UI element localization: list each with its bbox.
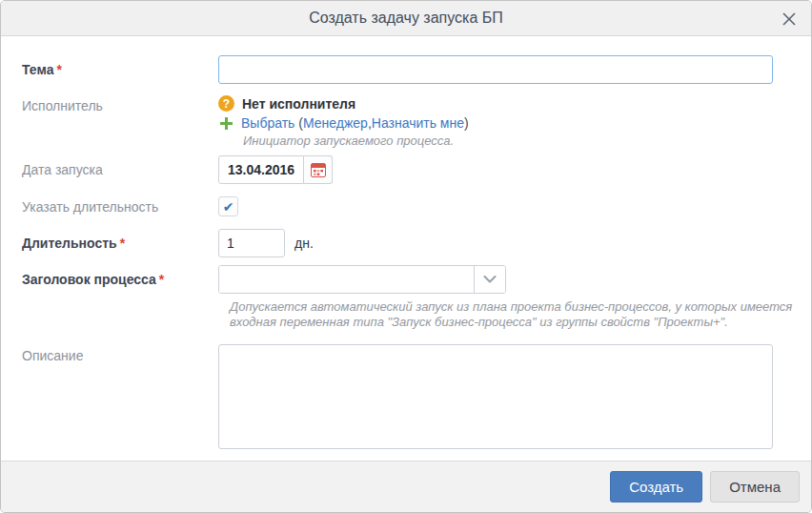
theme-input[interactable]	[218, 55, 773, 84]
calendar-icon	[311, 163, 326, 177]
process-title-combobox	[218, 265, 506, 294]
choose-executor-link[interactable]: Выбрать	[241, 115, 294, 131]
executor-status: Нет исполнителя	[242, 96, 355, 112]
create-button[interactable]: Создать	[610, 471, 702, 503]
dialog-title: Создать задачу запуска БП	[309, 10, 503, 27]
description-textarea[interactable]	[218, 344, 773, 449]
theme-row: Тема*	[1, 55, 811, 84]
cancel-button[interactable]: Отмена	[710, 471, 800, 503]
help-icon[interactable]: ?	[218, 95, 234, 112]
description-row: Описание	[1, 344, 811, 453]
set-duration-row: Указать длительность ✔	[1, 196, 811, 216]
duration-input[interactable]	[218, 229, 285, 257]
process-title-input[interactable]	[219, 266, 474, 293]
theme-label: Тема*	[1, 55, 218, 84]
executor-status-line: ? Нет исполнителя	[218, 95, 773, 112]
description-label: Описание	[1, 344, 218, 453]
chevron-down-icon	[483, 276, 497, 283]
process-title-hint: Допускается автоматический запуск из пла…	[230, 299, 802, 330]
process-title-label: Заголовок процесса*	[1, 265, 218, 294]
check-icon: ✔	[223, 199, 234, 215]
dialog-footer: Создать Отмена	[1, 461, 811, 512]
start-date-row: Дата запуска	[1, 155, 811, 184]
process-title-row: Заголовок процесса*	[1, 265, 811, 294]
executor-choose-line: Выбрать (Менеджер, Назначить мне)	[218, 115, 773, 131]
start-date-input[interactable]	[218, 155, 304, 184]
executor-hint: Инициатор запускаемого процесса.	[243, 133, 773, 148]
close-x-glyph	[782, 11, 797, 27]
dialog-body: Тема* Исполнитель ? Нет исполнителя Выбр…	[1, 36, 811, 462]
dialog-header: Создать задачу запуска БП	[1, 1, 811, 36]
create-bp-task-dialog: Создать задачу запуска БП Тема* Исполнит…	[0, 0, 812, 513]
duration-row: Длительность* дн.	[1, 229, 811, 257]
assign-me-link[interactable]: Назначить мне	[372, 115, 464, 131]
required-asterisk: *	[159, 272, 164, 287]
required-asterisk: *	[56, 62, 61, 77]
plus-icon	[220, 117, 233, 130]
required-asterisk: *	[120, 236, 125, 251]
duration-unit: дн.	[294, 236, 314, 251]
executor-label: Исполнитель	[1, 95, 218, 148]
start-date-label: Дата запуска	[1, 155, 218, 184]
calendar-button[interactable]	[304, 155, 333, 184]
paren-close: )	[464, 115, 469, 131]
set-duration-label: Указать длительность	[1, 196, 218, 216]
combobox-arrow-button[interactable]	[474, 266, 505, 293]
close-icon[interactable]	[777, 7, 802, 31]
manager-link[interactable]: Менеджер	[303, 115, 368, 131]
executor-row: Исполнитель ? Нет исполнителя Выбрать (М…	[1, 95, 811, 148]
duration-label: Длительность*	[1, 229, 218, 257]
set-duration-checkbox[interactable]: ✔	[218, 196, 238, 216]
